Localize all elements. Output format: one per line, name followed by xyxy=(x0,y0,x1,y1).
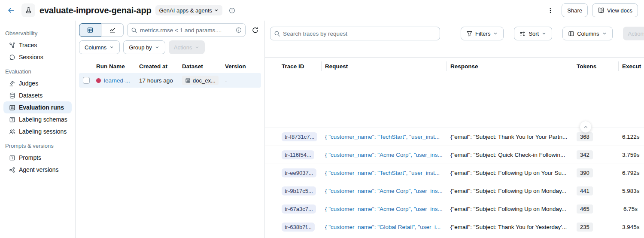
chevron-down-icon xyxy=(602,31,607,36)
traces-col-request: Request xyxy=(325,63,348,70)
trace-id-pill[interactable]: tr-116f54... xyxy=(282,150,314,159)
sidebar-item-label: Labeling schemas xyxy=(19,116,67,123)
trace-tokens-badge: 441 xyxy=(577,186,593,195)
runs-col-run-name: Run Name xyxy=(96,63,139,70)
chevron-up-icon xyxy=(583,124,589,130)
trace-response-text: {"email": "Subject: Following Up on Mond… xyxy=(450,188,577,194)
chevron-down-icon xyxy=(109,45,114,50)
trace-row[interactable]: tr-116f54... { "customer_name": "Acme Co… xyxy=(265,146,644,164)
app-type-badge-label: GenAI apps & agents xyxy=(159,7,212,14)
search-icon xyxy=(131,27,137,34)
trace-id-pill[interactable]: tr-67a3c7... xyxy=(282,204,316,214)
trace-id-pill[interactable]: tr-9b17c5... xyxy=(282,186,316,195)
gavel-icon xyxy=(9,80,15,87)
chevron-down-icon xyxy=(493,31,498,36)
trace-id-pill[interactable]: tr-638b7f... xyxy=(282,223,315,232)
overflow-menu-button[interactable] xyxy=(545,4,556,16)
sidebar-item-evaluation-runs[interactable]: Evaluation runs xyxy=(3,101,72,113)
back-button[interactable] xyxy=(5,4,17,16)
group-by-button[interactable]: Group by xyxy=(123,40,165,54)
trace-response-text: {"email": "Subject: Following Up on Mond… xyxy=(450,206,577,212)
runs-actions-button-label: Actions xyxy=(174,44,192,51)
sort-button-label: Sort xyxy=(529,31,539,37)
refresh-button[interactable] xyxy=(249,24,261,36)
trace-request-link[interactable]: { "customer_name": "TechStart", "user_in… xyxy=(325,170,450,176)
run-checkbox[interactable] xyxy=(83,77,90,84)
traces-columns-button[interactable]: Columns xyxy=(562,27,612,40)
search-info-icon[interactable] xyxy=(236,27,242,33)
sidebar-section-prompts-versions: Prompts & versions xyxy=(3,137,72,152)
back-arrow-icon xyxy=(7,6,15,15)
trace-row[interactable]: tr-638b7f... { "customer_name": "Global … xyxy=(265,218,644,236)
trace-row[interactable]: tr-67a3c7... { "customer_name": "Acme Co… xyxy=(265,200,644,218)
table-view-toggle[interactable] xyxy=(79,23,101,37)
dataset-grid-icon xyxy=(185,78,191,83)
evaluation-runs-icon xyxy=(9,104,15,111)
runs-col-created-at: Created at xyxy=(139,63,182,70)
sidebar-item-prompts[interactable]: Prompts xyxy=(3,152,72,164)
sidebar-item-agent-versions[interactable]: Agent versions xyxy=(3,164,72,176)
filters-button[interactable]: Filters xyxy=(461,27,504,40)
traces-panel: Filters Sort xyxy=(264,21,644,238)
main-area: Observability Traces Sessions Evaluation… xyxy=(0,21,644,238)
runs-toolbar-secondary: Columns Group by Actions xyxy=(79,40,261,54)
scroll-to-top-button[interactable] xyxy=(580,121,592,133)
trace-id-pill[interactable]: tr-f8731c7... xyxy=(282,132,317,141)
runs-columns-button[interactable]: Columns xyxy=(79,40,120,54)
trace-execution-time: 5.983s xyxy=(622,188,644,194)
chevron-down-icon xyxy=(541,31,547,36)
trace-execution-time: 6.75s xyxy=(622,206,644,212)
trace-row[interactable]: tr-ee9037... { "customer_name": "TechSta… xyxy=(265,164,644,182)
view-docs-button[interactable]: View docs xyxy=(592,3,638,17)
trace-id-pill[interactable]: tr-ee9037... xyxy=(282,168,316,177)
trace-request-link[interactable]: { "customer_name": "Acme Corp", "user_in… xyxy=(325,206,450,212)
trace-request-link[interactable]: { "customer_name": "TechStart", "user_in… xyxy=(325,134,450,140)
traces-col-tokens: Tokens xyxy=(577,63,596,70)
traces-search-input[interactable] xyxy=(283,31,436,37)
text-box-icon xyxy=(9,154,15,161)
chart-view-toggle[interactable] xyxy=(101,23,124,37)
trace-request-link[interactable]: { "customer_name": "Acme Corp", "user_in… xyxy=(325,152,450,158)
run-color-dot xyxy=(96,78,101,83)
run-row[interactable]: learned-... 17 hours ago doc_ex... - xyxy=(79,73,261,88)
sidebar-item-traces[interactable]: Traces xyxy=(3,39,72,51)
database-icon xyxy=(9,92,15,99)
trace-request-link[interactable]: { "customer_name": "Acme Corp", "user_in… xyxy=(325,188,450,194)
trace-row[interactable]: tr-9b17c5... { "customer_name": "Acme Co… xyxy=(265,182,644,200)
traces-col-response: Response xyxy=(450,63,478,70)
trace-execution-time: 6.122s xyxy=(622,134,644,140)
trace-tokens-badge: 465 xyxy=(577,204,593,214)
share-button[interactable]: Share xyxy=(562,3,588,17)
runs-table-header: Run Name Created at Dataset Version xyxy=(79,59,261,73)
runs-search-input[interactable] xyxy=(140,27,233,34)
dataset-chip[interactable]: doc_ex... xyxy=(182,76,219,85)
sidebar-item-datasets[interactable]: Datasets xyxy=(3,89,72,101)
trace-tokens-badge: 342 xyxy=(577,150,593,159)
app-header: evaluate-improve-genai-app GenAI apps & … xyxy=(0,0,644,21)
runs-columns-button-label: Columns xyxy=(85,44,106,51)
traces-search-box xyxy=(270,27,440,40)
sort-button[interactable]: Sort xyxy=(514,27,552,40)
experiment-info-button[interactable] xyxy=(227,5,237,15)
sidebar-item-sessions[interactable]: Sessions xyxy=(3,51,72,63)
chevron-down-icon xyxy=(214,8,219,13)
sidebar-section-observability: Observability xyxy=(3,25,72,39)
sidebar-item-label: Labeling sessions xyxy=(19,128,67,135)
run-name-link[interactable]: learned-... xyxy=(104,77,130,84)
traces-toolbar: Filters Sort xyxy=(265,27,644,40)
app-root: evaluate-improve-genai-app GenAI apps & … xyxy=(0,0,644,238)
experiment-beaker-icon xyxy=(25,7,32,14)
traces-actions-button: Actions xyxy=(623,27,644,40)
sidebar-item-judges[interactable]: Judges xyxy=(3,77,72,89)
trace-response-text: {"email": "Subject: Following Up on Your… xyxy=(450,170,577,176)
view-docs-button-label: View docs xyxy=(607,7,632,14)
app-type-badge[interactable]: GenAI apps & agents xyxy=(155,5,222,15)
header-right: Share View docs xyxy=(545,3,638,17)
sidebar-item-labeling-sessions[interactable]: Labeling sessions xyxy=(3,125,72,137)
view-mode-segmented-control xyxy=(79,23,124,37)
info-icon xyxy=(229,7,235,14)
trace-request-link[interactable]: { "customer_name": "Global Retail", "use… xyxy=(325,224,450,230)
runs-search-box xyxy=(127,23,246,37)
filters-button-label: Filters xyxy=(475,31,490,37)
sidebar-item-labeling-schemas[interactable]: Labeling schemas xyxy=(3,113,72,125)
